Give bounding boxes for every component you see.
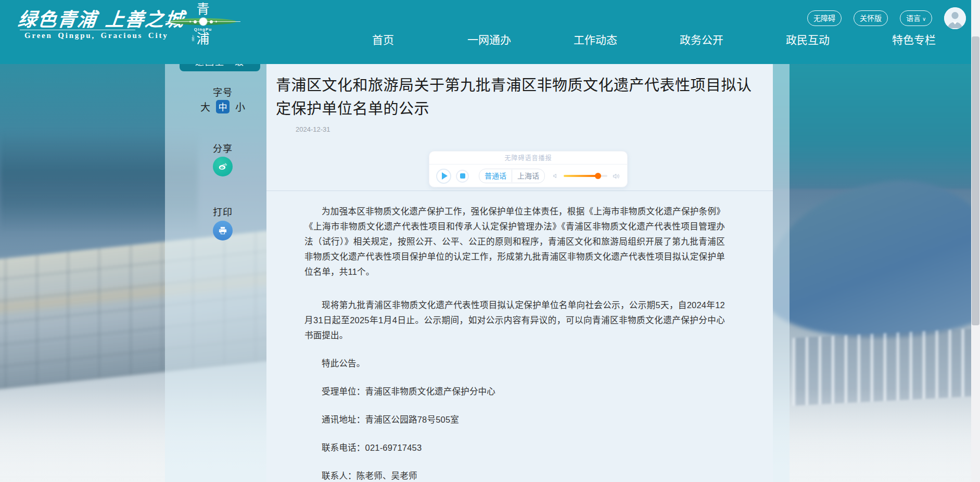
font-size-switcher: 大 中 小: [183, 99, 262, 113]
chevron-down-icon: ∨: [922, 16, 926, 22]
voice-language-switcher: 普通话 上海话: [479, 169, 545, 183]
voice-shanghainese-tab[interactable]: 上海话: [512, 170, 544, 182]
article-contact-phone: 联系电话：021-69717453: [304, 440, 725, 455]
article-paragraph: 现将第九批青浦区非物质文化遗产代表性项目拟认定保护单位名单向社会公示，公示期5天…: [304, 298, 725, 343]
logo-divider-line: [20, 30, 135, 30]
emblem-char-pu: 上善浦: [196, 32, 209, 45]
voice-mandarin-tab[interactable]: 普通话: [479, 170, 512, 182]
content-divider: [266, 191, 773, 191]
nav-item-public-interaction[interactable]: 政民互动: [777, 31, 839, 47]
user-avatar[interactable]: [944, 7, 966, 29]
article-title: 青浦区文化和旅游局关于第九批青浦区非物质文化遗产代表性项目拟认定保护单位名单的公…: [276, 74, 756, 121]
site-header: 绿色青浦上善之城 Green Qingpu, Gracious City 青 Q…: [0, 0, 980, 64]
nav-item-home[interactable]: 首页: [352, 31, 414, 47]
weibo-icon: [217, 161, 228, 172]
volume-knob[interactable]: [595, 173, 601, 179]
volume-slider[interactable]: [564, 175, 607, 177]
printer-icon: [218, 225, 228, 236]
print-label: 打印: [183, 205, 262, 218]
font-size-large-button[interactable]: 大: [200, 99, 210, 113]
nav-item-special-columns[interactable]: 特色专栏: [883, 31, 945, 47]
article-panel: 青浦区文化和旅游局关于第九批青浦区非物质文化遗产代表性项目拟认定保护单位名单的公…: [266, 64, 773, 482]
emblem-char-qing: 青: [169, 2, 237, 16]
article-contact-address: 通讯地址：青浦区公园路78号505室: [304, 412, 725, 427]
slogan-cn-left: 绿色青浦: [17, 8, 98, 30]
speech-player: 无障碍语音播报 普通话 上海话: [429, 151, 628, 187]
site-slogan-english: Green Qingpu, Gracious City: [24, 31, 169, 40]
speech-player-title: 无障碍语音播报: [429, 151, 627, 164]
play-button[interactable]: [436, 169, 451, 184]
background-water: [772, 64, 980, 189]
nav-item-one-stop-services[interactable]: 一网通办: [458, 31, 520, 47]
share-label: 分享: [183, 141, 262, 155]
font-size-medium-button[interactable]: 中: [216, 100, 230, 113]
nav-item-work-updates[interactable]: 工作动态: [564, 31, 627, 47]
qingpu-emblem: 青 QingPu 上善浦: [169, 2, 237, 45]
site-logo-calligraphy: 绿色青浦上善之城: [17, 4, 186, 31]
language-dropdown[interactable]: 语言∨: [900, 10, 932, 26]
header-quick-links: 无障碍 关怀版 语言∨: [807, 7, 966, 29]
scrollbar-track[interactable]: [971, 0, 980, 482]
share-weibo-button[interactable]: [213, 157, 233, 176]
article-paragraph: 为加强本区非物质文化遗产保护工作，强化保护单位主体责任，根据《上海市非物质文化遗…: [304, 204, 725, 280]
volume-control: [552, 172, 620, 180]
emblem-island-icon: [170, 18, 236, 25]
care-version-button[interactable]: 关怀版: [854, 10, 888, 26]
font-size-label: 字号: [183, 85, 262, 98]
article-paragraph: 特此公告。: [304, 356, 725, 371]
volume-low-icon: [552, 172, 559, 180]
stop-button[interactable]: [456, 170, 469, 183]
accessibility-button[interactable]: 无障碍: [807, 10, 842, 26]
stop-icon: [460, 173, 465, 179]
speech-player-controls: 普通话 上海话: [429, 164, 627, 187]
article-contact-unit: 受理单位：青浦区非物质文化遗产保护分中心: [304, 384, 725, 399]
volume-high-icon: [612, 172, 620, 180]
article-contact-person: 联系人：陈老师、吴老师: [304, 468, 725, 482]
nav-item-government-affairs[interactable]: 政务公开: [670, 31, 733, 47]
article-date: 2024-12-31: [296, 125, 330, 133]
scrollbar-thumb[interactable]: [972, 36, 979, 325]
article-body: 为加强本区非物质文化遗产保护工作，强化保护单位主体责任，根据《上海市非物质文化遗…: [304, 204, 725, 482]
emblem-seal-text: 上善: [191, 35, 194, 41]
print-button[interactable]: [213, 221, 233, 240]
volume-fill: [564, 175, 598, 177]
play-icon: [442, 172, 448, 180]
font-size-small-button[interactable]: 小: [235, 99, 245, 113]
person-icon: [944, 7, 966, 29]
